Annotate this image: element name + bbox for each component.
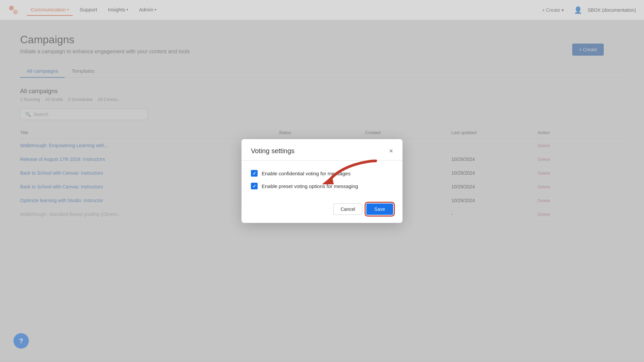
save-button[interactable]: Save xyxy=(366,203,393,215)
checkmark-icon: ✓ xyxy=(253,171,256,176)
modal-footer: Cancel Save xyxy=(241,203,402,223)
checkbox-confidential[interactable]: ✓ xyxy=(251,170,258,177)
voting-settings-modal: Voting settings × ✓ Enable confidential … xyxy=(241,139,402,223)
checkbox-row-1: ✓ Enable confidential voting for message… xyxy=(251,170,393,177)
checkbox-preset[interactable]: ✓ xyxy=(251,183,258,189)
checkbox-row-2: ✓ Enable preset voting options for messa… xyxy=(251,183,393,189)
checkbox-label-preset: Enable preset voting options for messagi… xyxy=(262,183,358,189)
close-button[interactable]: × xyxy=(389,147,393,155)
modal-header: Voting settings × xyxy=(241,139,402,160)
cancel-button[interactable]: Cancel xyxy=(333,203,362,215)
checkbox-label-confidential: Enable confidential voting for messages xyxy=(262,171,351,176)
modal-divider xyxy=(241,160,402,161)
modal-title: Voting settings xyxy=(251,147,294,155)
modal-body: ✓ Enable confidential voting for message… xyxy=(241,167,402,203)
checkmark-icon: ✓ xyxy=(253,184,256,189)
